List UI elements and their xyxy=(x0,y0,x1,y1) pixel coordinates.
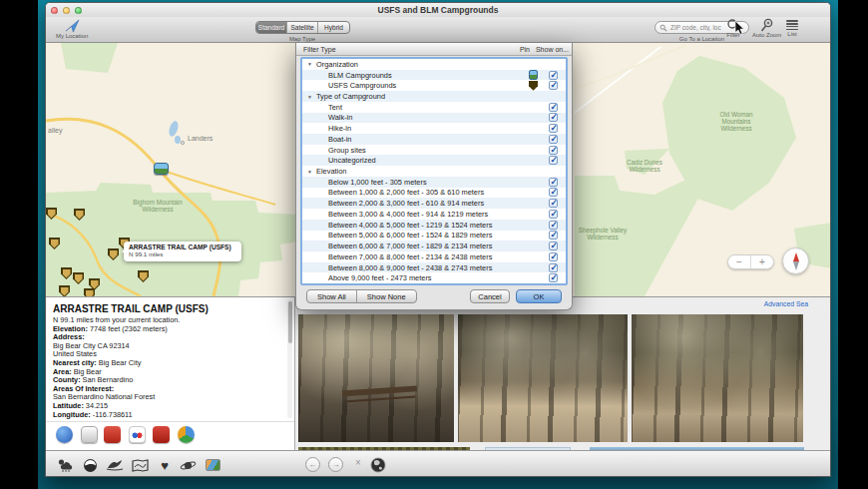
show-on-map-checkbox[interactable] xyxy=(549,199,558,208)
filter-item-row[interactable]: Below 1,000 feet - 305 meters xyxy=(302,177,566,188)
detail-title: ARRASTRE TRAIL CAMP (USFS) xyxy=(53,303,294,314)
show-on-map-checkbox[interactable] xyxy=(549,81,558,90)
filter-dialog: Filter Type Pin Show on... ▼Organization… xyxy=(295,43,573,310)
filter-item-row[interactable]: Above 9,000 feet - 2473 meters xyxy=(302,272,566,283)
show-on-map-checkbox[interactable] xyxy=(549,252,558,261)
show-none-button[interactable]: Show None xyxy=(357,290,416,302)
blm-pin-icon xyxy=(529,70,538,80)
filter-item-row[interactable]: Between 6,000 & 7,000 feet - 1829 & 2134… xyxy=(302,241,566,251)
show-on-map-checkbox[interactable] xyxy=(549,113,558,122)
filter-item-label: Above 9,000 feet - 2473 meters xyxy=(328,273,432,282)
show-on-map-checkbox[interactable] xyxy=(549,231,558,240)
topo-map-icon[interactable] xyxy=(131,457,149,473)
my-location-label: My Location xyxy=(56,33,88,39)
list-label: List xyxy=(787,31,796,37)
filter-item-label: Between 6,000 & 7,000 feet - 1829 & 2134… xyxy=(328,242,492,250)
screen: USFS and BLM Campgrounds My Location Sta… xyxy=(0,0,868,489)
show-on-map-checkbox[interactable] xyxy=(549,156,558,165)
filter-item-row[interactable]: USFS Campgrounds xyxy=(302,80,566,91)
filter-item-row[interactable]: Walk-in xyxy=(302,113,566,124)
panoramio-icon[interactable] xyxy=(178,426,195,443)
blm-campground-map-pin[interactable] xyxy=(154,163,169,175)
red-app-icon[interactable] xyxy=(104,426,121,443)
weather-service-icon[interactable] xyxy=(81,426,98,443)
disclosure-triangle-icon[interactable]: ▼ xyxy=(307,94,312,100)
planet-icon[interactable] xyxy=(179,457,197,473)
filter-item-row[interactable]: Tent xyxy=(302,102,566,113)
campsite-photo-2[interactable] xyxy=(458,314,628,442)
weather-forecast-icon[interactable] xyxy=(56,457,74,473)
filter-item-row[interactable]: Between 5,000 & 6,000 feet - 1524 & 1829… xyxy=(302,231,566,242)
auto-zoom-button[interactable]: Auto Zoom xyxy=(752,18,781,38)
wildlife-icon[interactable] xyxy=(106,457,124,473)
segment-satellite[interactable]: Satellite xyxy=(287,22,318,33)
ok-button[interactable]: OK xyxy=(516,289,562,303)
list-button[interactable]: List xyxy=(786,19,798,37)
show-all-button[interactable]: Show All xyxy=(307,290,357,302)
panel-scrollbar[interactable] xyxy=(287,300,292,418)
filter-item-row[interactable]: Group sites xyxy=(302,145,566,156)
filter-item-row[interactable]: BLM Campgrounds xyxy=(302,70,566,81)
show-all-none-group: Show All Show None xyxy=(306,289,417,303)
filter-item-row[interactable]: Between 7,000 & 8,000 feet - 2134 & 2438… xyxy=(302,251,566,262)
close-photos-icon[interactable]: × xyxy=(355,457,361,468)
show-on-map-checkbox[interactable] xyxy=(549,263,558,272)
search-icon xyxy=(659,24,667,32)
previous-photo-button[interactable]: ← xyxy=(305,457,320,472)
filter-item-row[interactable]: Uncategorized xyxy=(302,155,566,166)
zoom-in-button[interactable]: + xyxy=(751,255,773,268)
filter-item-row[interactable]: Hike-in xyxy=(302,123,566,134)
filter-item-row[interactable]: Between 1,000 & 2,000 feet - 305 & 610 m… xyxy=(302,188,566,199)
filter-group-header[interactable]: ▼Elevation xyxy=(302,166,566,177)
show-on-map-checkbox[interactable] xyxy=(549,178,558,187)
campsite-photo-3[interactable] xyxy=(632,314,803,442)
zoom-out-button[interactable]: − xyxy=(728,255,751,268)
filter-type-column-header: Filter Type xyxy=(303,46,336,53)
flickr-icon[interactable] xyxy=(129,426,146,443)
show-on-map-checkbox[interactable] xyxy=(549,210,558,219)
youtube-icon[interactable] xyxy=(153,426,170,443)
detail-line: Longitude: -116.738611 xyxy=(53,411,294,420)
campground-callout[interactable]: ARRASTRE TRAIL CAMP (USFS) N 99.1 miles xyxy=(124,242,241,261)
filter-group-header[interactable]: ▼Type of Campground xyxy=(302,91,566,102)
filter-item-row[interactable]: Between 2,000 & 3,000 feet - 610 & 914 m… xyxy=(302,198,566,209)
segment-standard[interactable]: Standard xyxy=(256,22,287,33)
usfs-shield-pin[interactable] xyxy=(84,288,95,296)
filter-item-row[interactable]: Between 8,000 & 9,000 feet - 2438 & 2743… xyxy=(302,262,566,273)
segment-hybrid[interactable]: Hybrid xyxy=(318,22,349,33)
show-on-map-checkbox[interactable] xyxy=(549,188,558,197)
show-on-map-checkbox[interactable] xyxy=(549,273,558,282)
photos-icon[interactable] xyxy=(204,457,221,473)
map-label-sheephole: Sheephole Valley Wilderness xyxy=(579,227,628,241)
google-icon[interactable] xyxy=(56,426,73,443)
search-placeholder: ZIP code, city, loc xyxy=(670,24,721,31)
noaa-icon[interactable] xyxy=(81,457,99,473)
show-on-map-checkbox[interactable] xyxy=(549,124,558,133)
disclosure-triangle-icon[interactable]: ▼ xyxy=(307,169,312,175)
show-on-map-checkbox[interactable] xyxy=(549,146,558,155)
cancel-button[interactable]: Cancel xyxy=(470,289,510,303)
compass-control[interactable] xyxy=(782,247,809,274)
show-on-map-checkbox[interactable] xyxy=(549,103,558,112)
callout-title: ARRASTRE TRAIL CAMP (USFS) xyxy=(129,244,236,250)
campsite-photo-1[interactable] xyxy=(298,314,454,442)
advanced-link[interactable]: Advanced Sea xyxy=(764,300,808,307)
filter-group-header[interactable]: ▼Organization xyxy=(302,59,566,70)
filter-item-row[interactable]: Between 4,000 & 5,000 feet - 1219 & 1524… xyxy=(302,220,566,231)
show-on-map-checkbox[interactable] xyxy=(549,135,558,144)
filter-item-label: Between 7,000 & 8,000 feet - 2134 & 2438… xyxy=(328,252,492,261)
show-on-map-checkbox[interactable] xyxy=(549,71,558,80)
list-icon xyxy=(786,19,798,31)
auto-zoom-magnifier-icon xyxy=(760,18,774,32)
disclosure-triangle-icon[interactable]: ▼ xyxy=(307,61,312,67)
globe-icon[interactable] xyxy=(369,457,387,473)
next-photo-button[interactable]: → xyxy=(328,457,343,472)
my-location-button[interactable]: My Location xyxy=(56,19,88,39)
show-on-map-checkbox[interactable] xyxy=(549,221,558,230)
show-on-map-checkbox[interactable] xyxy=(549,242,558,250)
favorites-heart-icon[interactable]: ♥ xyxy=(156,457,174,473)
filter-item-row[interactable]: Boat-in xyxy=(302,134,566,145)
filter-item-label: Between 4,000 & 5,000 feet - 1219 & 1524… xyxy=(328,221,492,230)
window-title: USFS and BLM Campgrounds xyxy=(46,5,830,15)
filter-item-row[interactable]: Between 3,000 & 4,000 feet - 914 & 1219 … xyxy=(302,209,566,220)
